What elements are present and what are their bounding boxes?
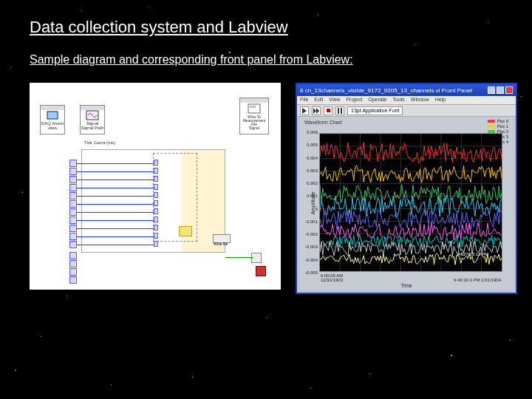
menu-project[interactable]: Project	[346, 97, 362, 103]
toolbar: 13pt Application Font	[297, 105, 516, 117]
pause-button[interactable]	[335, 106, 344, 115]
write-measurement-file-node: Write To Measurement File Signal	[239, 98, 269, 134]
legend-item: Plot 0	[488, 118, 508, 123]
y-tick-label: -0.003	[301, 245, 318, 249]
output-vi-node	[251, 253, 262, 263]
menu-bar: FileEditViewProjectOperateToolsWindowHel…	[297, 96, 516, 105]
page-subtitle: Sample diagram and corresponding front p…	[30, 53, 353, 66]
indicator-terminal	[69, 268, 77, 276]
window-titlebar: 8 ch_13channels_visible_9172_9205_13_cha…	[297, 84, 516, 96]
green-wire	[225, 257, 253, 258]
x-axis-label: Time	[400, 283, 412, 288]
node-label: Write To Measurement File	[240, 115, 268, 126]
legend-label: Plot 1	[497, 124, 508, 129]
close-button[interactable]	[505, 86, 513, 94]
svg-rect-0	[47, 112, 58, 119]
channel-terminal	[69, 184, 77, 191]
minimize-button[interactable]	[488, 86, 495, 94]
menu-window[interactable]: Window	[411, 97, 429, 103]
signal-wire	[77, 212, 157, 213]
channel-terminal	[69, 160, 77, 167]
loop-tunnel	[154, 168, 158, 174]
menu-view[interactable]: View	[329, 97, 340, 103]
waveform-chart[interactable]: 4827:13:13 PM	[319, 133, 502, 272]
legend-item: Plot 1	[488, 123, 508, 129]
front-panel-client-area: Waveform Chart Plot 0Plot 1Plot 2Plot 3P…	[300, 117, 513, 290]
trace-3	[320, 194, 502, 218]
channel-terminal	[69, 216, 77, 224]
signal-wire	[77, 228, 157, 229]
menu-operate[interactable]: Operate	[368, 97, 386, 103]
stop-terminal	[256, 266, 266, 276]
menu-help[interactable]: Help	[435, 97, 446, 103]
node-sublabel: Signal	[240, 126, 268, 130]
tick-count-label: Tick Count (ms)	[84, 140, 115, 145]
loop-tunnel	[154, 241, 158, 247]
loop-tunnel	[154, 200, 158, 206]
y-tick-label: 0.005	[301, 143, 318, 147]
chart-corner-timestamp: 4827:13:13 PM	[458, 252, 488, 256]
indicator-terminal	[69, 260, 77, 267]
legend-label: Plot 0	[497, 119, 508, 123]
y-tick-label: 0.006	[301, 130, 318, 134]
legend-swatch	[488, 125, 495, 128]
font-selector[interactable]: 13pt Application Font	[347, 106, 403, 115]
signal-wire	[77, 245, 157, 245]
y-tick-label: 0.003	[301, 168, 318, 173]
loop-tunnel	[154, 216, 158, 222]
run-continuous-button[interactable]	[312, 106, 321, 115]
signal-wire	[77, 180, 157, 180]
channel-terminal	[69, 192, 77, 200]
y-tick-label: 0.001	[301, 194, 318, 198]
signal-wire	[77, 163, 157, 164]
signal-wire	[77, 220, 157, 221]
maximize-button[interactable]	[497, 86, 504, 94]
y-tick-label: 0.004	[301, 156, 318, 160]
menu-file[interactable]: File	[300, 97, 308, 103]
window-title: 8 ch_13channels_visible_9172_9205_13_cha…	[300, 87, 472, 94]
daq-assistant-node: DAQ Assist data	[40, 105, 65, 134]
loop-iteration-terminal	[179, 226, 192, 236]
y-tick-label: -0.001	[301, 219, 318, 224]
node-sublabel: Signal Path	[81, 126, 104, 130]
labview-front-panel-window: 8 ch_13channels_visible_9172_9205_13_cha…	[296, 83, 517, 294]
svg-rect-4	[338, 108, 339, 114]
channel-terminal	[69, 200, 77, 208]
legend-swatch	[488, 130, 495, 133]
indicator-terminal	[69, 276, 77, 284]
x-axis-max-label: 9:40:33.3 PM 1/31/1904	[454, 278, 501, 282]
run-button[interactable]	[300, 106, 309, 115]
page-title: Data collection system and Labview	[30, 18, 288, 37]
loop-tunnel	[154, 176, 158, 182]
sequence-structure	[153, 153, 197, 242]
signal-wire	[77, 171, 157, 172]
trace-0	[320, 143, 502, 163]
signal-wire	[77, 236, 157, 237]
loop-tunnel	[154, 160, 158, 166]
write-file-constant: Write file	[213, 234, 231, 243]
loop-tunnel	[154, 184, 158, 190]
indicator-terminal	[69, 252, 77, 259]
menu-edit[interactable]: Edit	[314, 97, 323, 103]
x-axis-min-label: 6:00:05 AM 12/31/1903	[321, 273, 343, 282]
y-tick-label: 0.002	[301, 181, 318, 185]
channel-terminal	[69, 225, 77, 232]
menu-tools[interactable]: Tools	[392, 97, 404, 103]
y-tick-label: -0.002	[301, 232, 318, 236]
legend-swatch	[488, 120, 495, 123]
loop-tunnel	[154, 208, 158, 214]
write-file-label: Write file	[214, 242, 228, 246]
node-sublabel: data	[41, 126, 64, 130]
channel-terminal	[69, 168, 77, 175]
channel-terminal	[69, 233, 77, 240]
y-tick-label: 0	[301, 207, 318, 211]
loop-tunnel	[154, 225, 158, 231]
svg-rect-3	[250, 106, 256, 108]
signal-node: Signal Signal Path	[80, 105, 105, 134]
abort-button[interactable]	[324, 106, 332, 115]
y-tick-label: -0.005	[301, 270, 318, 275]
signal-wire	[77, 196, 157, 197]
channel-terminal	[69, 176, 77, 183]
trace-2	[320, 185, 502, 205]
signal-wire	[77, 204, 157, 205]
